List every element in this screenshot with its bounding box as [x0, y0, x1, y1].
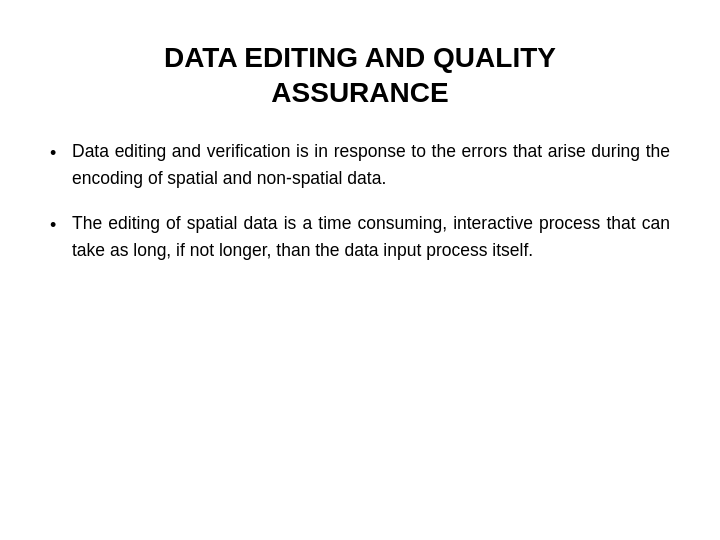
title-line2: ASSURANCE	[271, 77, 448, 108]
bullet-item-2: • The editing of spatial data is a time …	[50, 210, 670, 264]
bullet-item-1: • Data editing and verification is in re…	[50, 138, 670, 192]
bullet-dot-1: •	[50, 140, 72, 167]
bullet-text-1: Data editing and verification is in resp…	[72, 138, 670, 192]
bullet-dot-2: •	[50, 212, 72, 239]
slide-title: DATA EDITING AND QUALITY ASSURANCE	[50, 40, 670, 110]
slide-container: DATA EDITING AND QUALITY ASSURANCE • Dat…	[0, 0, 720, 540]
title-block: DATA EDITING AND QUALITY ASSURANCE	[50, 40, 670, 110]
title-line1: DATA EDITING AND QUALITY	[164, 42, 556, 73]
bullet-text-2: The editing of spatial data is a time co…	[72, 210, 670, 264]
content-block: • Data editing and verification is in re…	[50, 138, 670, 283]
